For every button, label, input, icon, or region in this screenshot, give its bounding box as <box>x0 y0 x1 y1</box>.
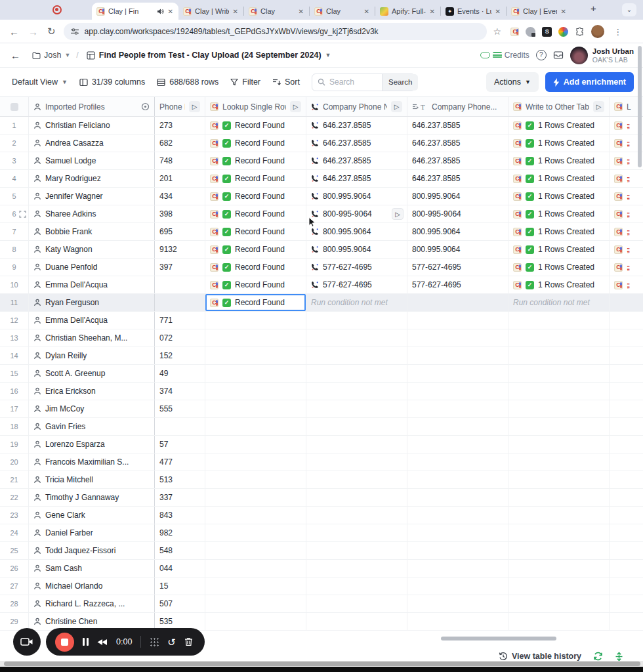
company-phone-text-cell[interactable]: 646.237.8585 <box>407 135 508 152</box>
phone-cell[interactable]: 152 <box>155 347 205 364</box>
company-phone-cell[interactable] <box>306 560 407 577</box>
company-phone-text-cell[interactable] <box>407 347 508 364</box>
extra-cell[interactable] <box>610 578 643 595</box>
lookup-cell[interactable] <box>205 613 306 630</box>
write-cell[interactable] <box>508 400 610 417</box>
phone-cell[interactable]: 273 <box>155 117 205 134</box>
tab-search-chevron-icon[interactable]: ⌄ <box>622 3 636 16</box>
company-phone-text-cell[interactable] <box>407 312 508 329</box>
write-cell[interactable] <box>508 489 610 506</box>
column-header-lookup[interactable]: CLookup Single Row ..▷ <box>205 97 306 116</box>
phone-cell[interactable]: 434 <box>155 188 205 205</box>
table-row[interactable]: 10Emma Dell'AcquaC✓Record Found577-627-4… <box>0 276 643 294</box>
extra-cell[interactable]: C;; <box>610 223 643 240</box>
company-phone-text-cell[interactable] <box>407 400 508 417</box>
extra-cell[interactable]: C;; <box>610 241 643 258</box>
phone-cell[interactable]: 044 <box>155 560 205 577</box>
company-phone-cell[interactable]: 800-995-9064▷ <box>306 205 407 222</box>
company-phone-cell[interactable] <box>306 489 407 506</box>
company-phone-cell[interactable] <box>306 312 407 329</box>
workspace-name[interactable]: Josh <box>44 51 61 60</box>
phone-cell[interactable]: 398 <box>155 205 205 222</box>
column-header-write[interactable]: CWrite to Other Table▷ <box>508 97 610 116</box>
write-cell[interactable]: C✓1 Rows Created <box>508 276 610 293</box>
browser-tab[interactable]: CClay | Events✕ <box>507 3 571 20</box>
row-number-cell[interactable]: 7 <box>0 223 29 240</box>
row-number-cell[interactable]: 18 <box>0 418 29 435</box>
company-phone-text-cell[interactable]: 800.995.9064 <box>407 188 508 205</box>
name-cell[interactable]: Francois Maximilian S... <box>29 453 155 471</box>
phone-cell[interactable]: 843 <box>155 507 205 524</box>
extra-cell[interactable] <box>610 489 643 506</box>
lookup-cell[interactable] <box>205 329 306 346</box>
name-cell[interactable]: Christian Sheehan, M... <box>29 329 155 346</box>
write-cell[interactable] <box>508 418 610 435</box>
extra-cell[interactable]: C;; <box>610 205 643 222</box>
row-number-cell[interactable]: 19 <box>0 436 29 453</box>
lookup-cell[interactable] <box>205 595 306 612</box>
name-cell[interactable]: Mary Rodriguez <box>29 170 155 187</box>
restart-recording-icon[interactable]: ↺ <box>167 637 176 647</box>
company-phone-text-cell[interactable]: 800.995.9064 <box>407 223 508 240</box>
sort-button[interactable]: Sort <box>272 77 300 87</box>
select-all-header[interactable] <box>0 97 29 116</box>
run-column-button[interactable]: ▷ <box>290 101 301 112</box>
table-horizontal-scrollbar[interactable] <box>441 637 556 640</box>
app-back-icon[interactable]: ← <box>10 50 20 61</box>
run-column-button[interactable]: ▷ <box>189 101 200 112</box>
company-phone-cell[interactable] <box>306 436 407 453</box>
row-number-cell[interactable]: 10 <box>0 276 29 293</box>
table-row[interactable]: 20Francois Maximilian S...477 <box>0 453 643 471</box>
lookup-cell[interactable]: C✓Record Found <box>205 205 306 222</box>
column-header-name[interactable]: Imported Profiles <box>29 97 155 116</box>
browser-tab[interactable]: CClay | Fin✕ <box>92 3 178 20</box>
row-number-cell[interactable]: 24 <box>0 524 29 541</box>
lookup-cell[interactable] <box>205 312 306 329</box>
table-row[interactable]: 12Emma Dell'Acqua771 <box>0 312 643 329</box>
table-row[interactable]: 17Jim McCoy555 <box>0 400 643 418</box>
search-button[interactable]: Search <box>382 74 418 91</box>
company-phone-cell[interactable] <box>306 595 407 612</box>
row-number-cell[interactable]: 22 <box>0 489 29 506</box>
name-cell[interactable]: Dylan Reilly <box>29 347 155 364</box>
company-phone-text-cell[interactable] <box>407 365 508 382</box>
lookup-cell[interactable] <box>205 578 306 595</box>
company-phone-cell[interactable]: 646.237.8585 <box>306 117 407 134</box>
lookup-cell[interactable]: C✓Record Found <box>205 170 306 187</box>
tab-audio-icon[interactable] <box>157 8 164 15</box>
columns-button[interactable]: 31/39 columns <box>79 77 145 87</box>
stop-recording-button[interactable] <box>55 633 74 652</box>
browser-tab[interactable]: ✦Events · Lum✕ <box>441 3 506 20</box>
extra-cell[interactable] <box>610 507 643 524</box>
write-cell[interactable] <box>508 347 610 364</box>
write-cell[interactable]: Run condition not met <box>508 294 610 311</box>
phone-cell[interactable]: 477 <box>155 453 205 471</box>
row-number-cell[interactable]: 4 <box>0 170 29 187</box>
extra-cell[interactable] <box>610 312 643 329</box>
row-number-cell[interactable]: 2 <box>0 135 29 152</box>
name-cell[interactable]: Katy Wagnon <box>29 241 155 258</box>
name-cell[interactable]: Michael Orlando <box>29 578 155 595</box>
new-tab-button[interactable]: + <box>591 3 596 14</box>
company-phone-cell[interactable]: 646.237.8585 <box>306 135 407 152</box>
name-cell[interactable]: Sam Cash <box>29 560 155 577</box>
company-phone-cell[interactable] <box>306 453 407 471</box>
row-number-cell[interactable]: 8 <box>0 241 29 258</box>
lookup-cell[interactable] <box>205 436 306 453</box>
phone-cell[interactable]: 695 <box>155 223 205 240</box>
company-phone-text-cell[interactable] <box>407 489 508 506</box>
company-phone-cell[interactable] <box>306 524 407 541</box>
lookup-cell[interactable] <box>205 347 306 364</box>
browser-tab[interactable]: CClay✕ <box>310 3 375 20</box>
run-cell-button[interactable]: ▷ <box>392 208 404 220</box>
vertical-scrollbar[interactable] <box>638 46 642 167</box>
extra-cell[interactable] <box>610 453 643 471</box>
name-cell[interactable]: Andrea Casazza <box>29 135 155 152</box>
extensions-puzzle-icon[interactable] <box>575 27 585 37</box>
phone-cell[interactable]: 397 <box>155 259 205 276</box>
privacy-extension-icon[interactable] <box>526 27 535 37</box>
lookup-cell[interactable]: C✓Record Found <box>205 241 306 258</box>
lookup-cell[interactable] <box>205 365 306 382</box>
row-number-cell[interactable]: 12 <box>0 312 29 329</box>
lookup-cell[interactable]: C✓Record Found <box>205 294 306 311</box>
